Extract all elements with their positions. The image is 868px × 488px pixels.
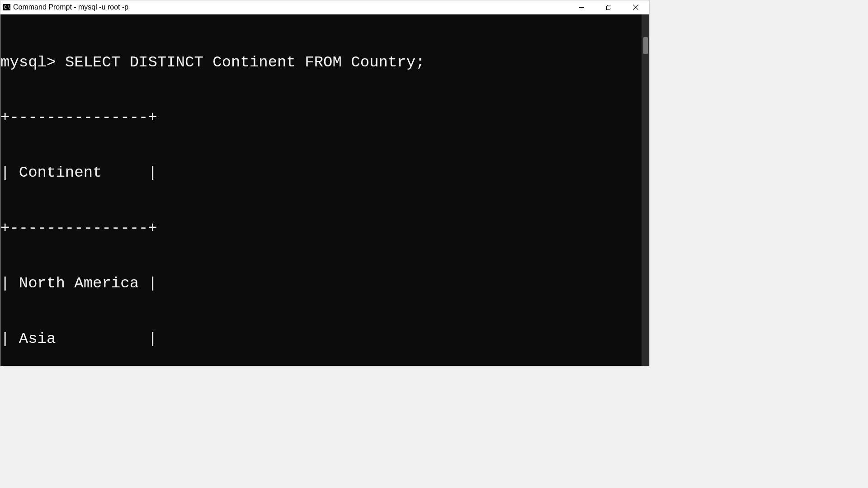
maximize-icon	[606, 5, 611, 10]
scrollbar[interactable]	[642, 14, 649, 366]
terminal-area[interactable]: mysql> SELECT DISTINCT Continent FROM Co…	[0, 14, 649, 366]
close-icon	[633, 5, 638, 10]
query-line: mysql> SELECT DISTINCT Continent FROM Co…	[0, 53, 649, 72]
minimize-button[interactable]	[568, 0, 595, 14]
table-header: | Continent |	[0, 164, 649, 182]
svg-rect-1	[606, 6, 610, 9]
table-row: | North America |	[0, 274, 649, 293]
minimize-icon	[579, 5, 584, 10]
table-row: | Asia |	[0, 330, 649, 348]
scrollbar-thumb[interactable]	[643, 37, 648, 54]
close-button[interactable]	[622, 0, 649, 14]
cmd-icon: C:\	[3, 4, 10, 10]
table-border: +---------------+	[0, 108, 649, 127]
table-border: +---------------+	[0, 219, 649, 238]
command-prompt-window: C:\ Command Prompt - mysql -u root -p my…	[0, 0, 650, 366]
maximize-button[interactable]	[595, 0, 622, 14]
window-title: Command Prompt - mysql -u root -p	[13, 3, 568, 11]
titlebar[interactable]: C:\ Command Prompt - mysql -u root -p	[0, 0, 649, 14]
window-controls	[568, 0, 649, 14]
